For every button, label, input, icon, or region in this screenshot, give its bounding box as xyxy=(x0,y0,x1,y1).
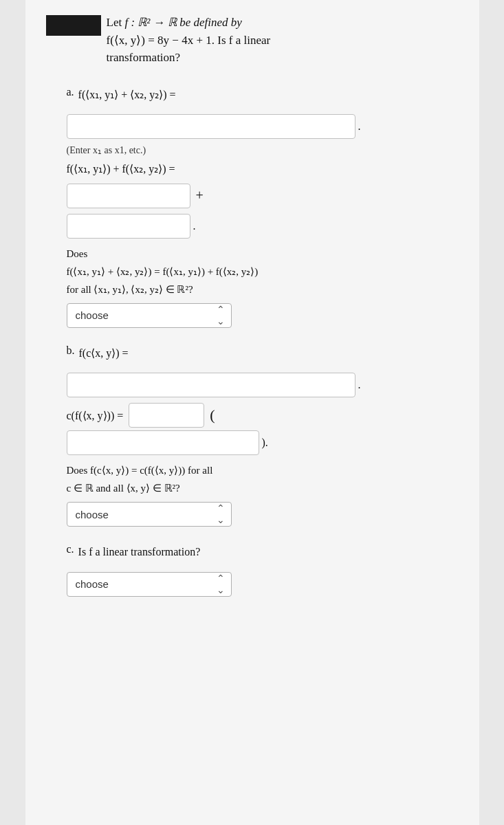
section-a-note: (Enter x₁ as x1, etc.) xyxy=(67,144,459,156)
section-c-choose-wrapper: choose Yes No ⌃⌄ xyxy=(67,572,232,597)
section-b-choose-select[interactable]: choose Yes No xyxy=(67,502,232,527)
section-b-cf-eq-text: c(f(⟨x, y⟩)) = xyxy=(67,409,124,422)
section-b-input3[interactable] xyxy=(67,430,259,455)
section-b-paren-close: ). xyxy=(262,437,268,449)
header-intro: Let xyxy=(107,16,125,29)
section-a-period1: . xyxy=(358,120,361,133)
section-c-header: c. Is f a linear transformation? xyxy=(67,543,459,566)
header-question: transformation? xyxy=(107,51,181,64)
section-a-choose-wrapper: choose Yes No ⌃⌄ xyxy=(67,303,232,328)
section-b-cf-row: c(f(⟨x, y⟩)) = ( xyxy=(67,403,459,428)
section-b-input3-row: ). xyxy=(67,430,459,455)
section-b: b. f(c⟨x, y⟩) = . c(f(⟨x, y⟩)) = ( ). Do… xyxy=(67,344,459,527)
section-b-input2[interactable] xyxy=(129,403,204,428)
section-a-does-line2: for all ⟨x₁, y₁⟩, ⟨x₂, y₂⟩ ∈ ℝ²? xyxy=(67,281,459,298)
section-c-label: c. xyxy=(67,543,74,556)
section-a-choose-select[interactable]: choose Yes No xyxy=(67,303,232,328)
section-a-input2[interactable] xyxy=(67,184,190,208)
section-a-part1-eq: f(⟨x₁, y₁⟩ + ⟨x₂, y₂⟩) = xyxy=(78,86,176,104)
section-b-label: b. xyxy=(67,344,75,357)
section-b-does-line1: Does f(c⟨x, y⟩) = c(f(⟨x, y⟩)) for all xyxy=(67,462,459,478)
section-a-label: a. xyxy=(67,86,74,98)
section-a-period2: . xyxy=(193,220,196,232)
section-b-does-line2: c ∈ ℝ and all ⟨x, y⟩ ∈ ℝ²? xyxy=(67,480,459,496)
section-b-header: b. f(c⟨x, y⟩) = xyxy=(67,344,459,368)
section-c-question: Is f a linear transformation? xyxy=(78,543,201,561)
section-a-input3-row: . xyxy=(67,214,459,239)
section-b-choose-wrapper: choose Yes No ⌃⌄ xyxy=(67,502,232,527)
section-b-period1: . xyxy=(358,379,361,391)
section-a-part2-eq: f(⟨x₁, y₁⟩) + f(⟨x₂, y₂⟩) = xyxy=(67,160,459,178)
section-b-input1-row: . xyxy=(67,373,459,397)
section-a-does-eq: f(⟨x₁, y₁⟩ + ⟨x₂, y₂⟩) = f(⟨x₁, y₁⟩) + f… xyxy=(67,263,459,280)
section-b-part1-eq: f(c⟨x, y⟩) = xyxy=(79,344,129,362)
section-c: c. Is f a linear transformation? choose … xyxy=(67,543,459,597)
header-block: Let f : ℝ² → ℝ be defined by f(⟨x, y⟩) =… xyxy=(46,14,459,67)
section-a: a. f(⟨x₁, y₁⟩ + ⟨x₂, y₂⟩) = . (Enter x₁ … xyxy=(67,86,459,328)
black-box-redaction xyxy=(46,15,101,36)
header-formula: f(⟨x, y⟩) = 8y − 4x + 1. Is f a linear xyxy=(107,34,271,47)
section-b-paren-open: ( xyxy=(210,408,215,423)
section-b-input1[interactable] xyxy=(67,373,355,397)
section-a-header: a. f(⟨x₁, y₁⟩ + ⟨x₂, y₂⟩) = xyxy=(67,86,459,109)
section-a-input2-row: + xyxy=(67,184,459,208)
header-function-def: f : ℝ² → ℝ be defined by xyxy=(124,16,241,29)
header-text: Let f : ℝ² → ℝ be defined by f(⟨x, y⟩) =… xyxy=(107,14,271,67)
section-a-plus: + xyxy=(196,188,204,204)
section-a-input1[interactable] xyxy=(67,114,355,139)
section-a-does-line1: Does xyxy=(67,245,459,262)
page-container: Let f : ℝ² → ℝ be defined by f(⟨x, y⟩) =… xyxy=(25,0,479,825)
section-a-input3[interactable] xyxy=(67,214,190,239)
section-c-choose-select[interactable]: choose Yes No xyxy=(67,572,232,597)
section-a-input1-row: . xyxy=(67,114,459,139)
